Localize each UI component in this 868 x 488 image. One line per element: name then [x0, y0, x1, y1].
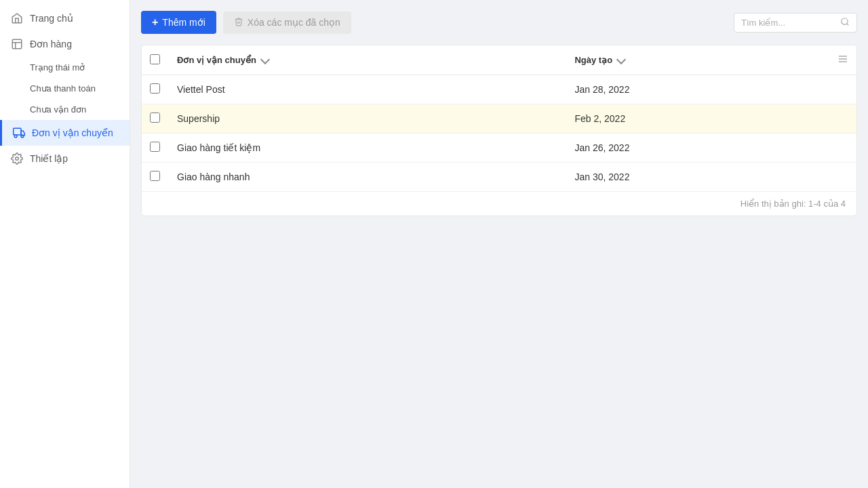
chevron-down-icon-2 — [616, 54, 626, 64]
row-name: Viettel Post — [169, 75, 566, 104]
sidebar-sub-item-chua-van-don[interactable]: Chưa vận đơn — [0, 99, 130, 120]
row-checkbox[interactable] — [150, 171, 160, 181]
list-icon — [837, 54, 848, 66]
plus-icon: + — [152, 16, 158, 28]
row-checkbox-cell[interactable] — [142, 104, 169, 134]
row-name: Giao hàng tiết kiệm — [169, 134, 566, 163]
svg-point-6 — [16, 157, 19, 161]
actions-header — [829, 45, 856, 75]
svg-rect-3 — [14, 128, 21, 135]
settings-icon — [11, 152, 23, 165]
search-icon — [840, 17, 850, 28]
row-date: Jan 26, 2022 — [566, 134, 829, 163]
search-box — [734, 13, 857, 33]
sidebar-item-trang-chu-label: Trang chủ — [30, 13, 73, 24]
sidebar-item-don-vi-van-chuyen-label: Đơn vị vận chuyển — [32, 127, 113, 138]
shipping-units-table: Đơn vị vận chuyển Ngày tạo — [141, 45, 857, 216]
select-all-checkbox[interactable] — [150, 54, 160, 64]
add-button[interactable]: + Thêm mới — [141, 11, 216, 34]
table-row: Viettel Post Jan 28, 2022 — [142, 75, 856, 104]
row-date: Jan 30, 2022 — [566, 163, 829, 192]
table-row: Giao hàng nhanh Jan 30, 2022 — [142, 163, 856, 192]
home-icon — [11, 12, 23, 24]
row-name: Supership — [169, 104, 566, 134]
sidebar: Trang chủ Đơn hàng Trạng thái mở Chưa th… — [0, 0, 130, 488]
svg-point-5 — [21, 135, 24, 138]
row-actions — [829, 104, 856, 134]
chevron-down-icon — [260, 54, 270, 64]
sidebar-item-don-vi-van-chuyen[interactable]: Đơn vị vận chuyển — [0, 120, 130, 146]
don-vi-van-chuyen-header[interactable]: Đơn vị vận chuyển — [169, 45, 566, 75]
row-checkbox-cell[interactable] — [142, 163, 169, 192]
svg-point-7 — [842, 18, 848, 24]
toolbar: + Thêm mới Xóa các mục đã chọn — [141, 11, 857, 34]
table-footer-row: Hiển thị bản ghi: 1-4 của 4 — [142, 192, 856, 216]
sidebar-item-thiet-lap[interactable]: Thiết lập — [0, 146, 130, 171]
table-header-row: Đơn vị vận chuyển Ngày tạo — [142, 45, 856, 75]
sidebar-item-trang-chu[interactable]: Trang chủ — [0, 5, 130, 31]
truck-icon — [13, 127, 25, 139]
sidebar-item-don-hang-label: Đơn hàng — [30, 39, 72, 49]
row-checkbox[interactable] — [150, 142, 160, 152]
search-input[interactable] — [741, 18, 836, 28]
sidebar-sub-item-chua-thanh-toan[interactable]: Chưa thanh toán — [0, 78, 130, 99]
svg-rect-0 — [12, 39, 22, 49]
table-footer-text: Hiển thị bản ghi: 1-4 của 4 — [142, 192, 856, 216]
table-row: Giao hàng tiết kiệm Jan 26, 2022 — [142, 134, 856, 163]
main-content: + Thêm mới Xóa các mục đã chọn — [130, 0, 868, 488]
sidebar-item-don-hang[interactable]: Đơn hàng — [0, 31, 130, 57]
sidebar-sub-item-trang-thai-mo[interactable]: Trạng thái mở — [0, 57, 130, 78]
svg-line-8 — [847, 23, 849, 25]
row-name: Giao hàng nhanh — [169, 163, 566, 192]
delete-button[interactable]: Xóa các mục đã chọn — [223, 12, 351, 34]
select-all-header[interactable] — [142, 45, 169, 75]
row-actions — [829, 163, 856, 192]
row-checkbox-cell[interactable] — [142, 75, 169, 104]
svg-point-4 — [14, 135, 17, 138]
row-date: Jan 28, 2022 — [566, 75, 829, 104]
row-checkbox[interactable] — [150, 83, 160, 94]
trash-icon — [234, 17, 243, 28]
row-checkbox-cell[interactable] — [142, 134, 169, 163]
ngay-tao-header[interactable]: Ngày tạo — [566, 45, 829, 75]
row-checkbox[interactable] — [150, 113, 160, 123]
row-date: Feb 2, 2022 — [566, 104, 829, 134]
row-actions — [829, 75, 856, 104]
table-row: Supership Feb 2, 2022 — [142, 104, 856, 134]
sidebar-item-thiet-lap-label: Thiết lập — [30, 153, 68, 164]
row-actions — [829, 134, 856, 163]
orders-icon — [11, 38, 23, 50]
